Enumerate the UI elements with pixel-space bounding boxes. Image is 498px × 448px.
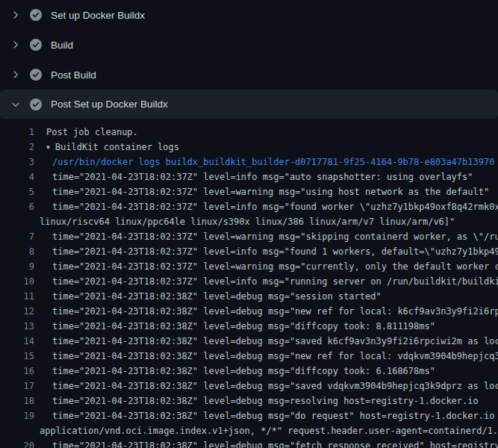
log-text: time="2021-04-23T18:02:37Z" level=warnin… <box>52 259 498 274</box>
chevron-right-icon <box>10 9 21 21</box>
log-line: 16time="2021-04-23T18:02:38Z" level=debu… <box>0 364 498 379</box>
log-line: 15time="2021-04-23T18:02:38Z" level=debu… <box>0 349 498 364</box>
step-success-check-icon <box>30 69 42 81</box>
log-line: 19time="2021-04-23T18:02:38Z" level=debu… <box>0 408 498 423</box>
line-number[interactable]: 16 <box>0 364 34 379</box>
line-number[interactable]: 14 <box>0 334 34 349</box>
log-text: time="2021-04-23T18:02:38Z" level=debug … <box>52 438 498 448</box>
line-number <box>0 214 34 229</box>
log-text: time="2021-04-23T18:02:37Z" level=info m… <box>52 244 498 259</box>
step-success-check-icon <box>30 99 42 111</box>
log-line: 10time="2021-04-23T18:02:37Z" level=info… <box>0 274 498 289</box>
log-text: time="2021-04-23T18:02:38Z" level=debug … <box>52 289 382 304</box>
line-number[interactable]: 1 <box>0 125 34 140</box>
log-line: 14time="2021-04-23T18:02:38Z" level=debu… <box>0 334 498 349</box>
log-text: time="2021-04-23T18:02:37Z" level=info m… <box>52 169 473 184</box>
log-line: 9time="2021-04-23T18:02:37Z" level=warni… <box>0 259 498 274</box>
step-row-post-build[interactable]: Post Build <box>0 60 498 90</box>
log-line: 13time="2021-04-23T18:02:38Z" level=debu… <box>0 319 498 334</box>
line-number[interactable]: 5 <box>0 184 34 199</box>
log-line: 17time="2021-04-23T18:02:38Z" level=debu… <box>0 379 498 393</box>
line-number[interactable]: 12 <box>0 304 34 319</box>
line-number[interactable]: 9 <box>0 259 34 274</box>
log-text: time="2021-04-23T18:02:38Z" level=debug … <box>52 304 498 319</box>
line-number[interactable]: 2 <box>0 140 34 155</box>
step-success-check-icon <box>30 39 42 51</box>
step-label: Build <box>51 40 73 51</box>
line-number[interactable]: 6 <box>0 199 34 214</box>
log-line: 2▼BuildKit container logs <box>0 140 498 155</box>
step-row-set-up-docker-buildx[interactable]: Set up Docker Buildx <box>0 0 498 30</box>
step-row-build[interactable]: Build <box>0 30 498 60</box>
log-line: 6time="2021-04-23T18:02:37Z" level=info … <box>0 199 498 214</box>
log-text: application/vnd.oci.image.index.v1+json,… <box>40 423 498 438</box>
log-line: linux/riscv64 linux/ppc64le linux/s390x … <box>0 214 498 229</box>
line-number[interactable]: 10 <box>0 274 34 289</box>
log-text: time="2021-04-23T18:02:38Z" level=debug … <box>52 364 435 379</box>
log-text: time="2021-04-23T18:02:38Z" level=debug … <box>52 334 498 349</box>
log-line: 5time="2021-04-23T18:02:37Z" level=warni… <box>0 184 498 199</box>
log-text: time="2021-04-23T18:02:37Z" level=warnin… <box>52 229 498 244</box>
log-text: time="2021-04-23T18:02:38Z" level=debug … <box>52 393 479 408</box>
line-number[interactable]: 15 <box>0 349 34 364</box>
log-text: ▼BuildKit container logs <box>46 140 179 155</box>
line-number[interactable]: 7 <box>0 229 34 244</box>
log-line: 7time="2021-04-23T18:02:37Z" level=warni… <box>0 229 498 244</box>
step-label: Post Set up Docker Buildx <box>51 99 168 110</box>
log-command-text: /usr/bin/docker logs buildx_buildkit_bui… <box>52 155 494 169</box>
step-label: Set up Docker Buildx <box>51 10 145 21</box>
log-text: time="2021-04-23T18:02:37Z" level=info m… <box>52 199 498 214</box>
log-line: 3/usr/bin/docker logs buildx_buildkit_bu… <box>0 155 498 169</box>
line-number[interactable]: 17 <box>0 379 34 393</box>
line-number <box>0 423 34 438</box>
log-text: time="2021-04-23T18:02:37Z" level=info m… <box>52 274 498 289</box>
chevron-right-icon <box>10 39 21 51</box>
line-number[interactable]: 19 <box>0 408 34 423</box>
log-line: 12time="2021-04-23T18:02:38Z" level=debu… <box>0 304 498 319</box>
log-line: 18time="2021-04-23T18:02:38Z" level=debu… <box>0 393 498 408</box>
step-success-check-icon <box>30 9 42 21</box>
log-text: time="2021-04-23T18:02:37Z" level=warnin… <box>52 184 489 199</box>
log-text: time="2021-04-23T18:02:38Z" level=debug … <box>52 349 498 364</box>
log-line: 20time="2021-04-23T18:02:38Z" level=debu… <box>0 438 498 448</box>
chevron-right-icon <box>10 69 21 81</box>
line-number[interactable]: 11 <box>0 289 34 304</box>
line-number[interactable]: 18 <box>0 393 34 408</box>
chevron-down-icon <box>10 99 21 111</box>
line-number[interactable]: 20 <box>0 438 34 448</box>
log-line: 11time="2021-04-23T18:02:38Z" level=debu… <box>0 289 498 304</box>
step-list: Set up Docker Buildx Build Post Build <box>0 0 498 119</box>
group-collapse-triangle-icon[interactable]: ▼ <box>46 144 50 151</box>
step-label: Post Build <box>51 69 96 81</box>
step-row-post-set-up-docker-buildx[interactable]: Post Set up Docker Buildx <box>0 90 498 119</box>
log-text: time="2021-04-23T18:02:38Z" level=debug … <box>52 408 498 423</box>
log-line: 4time="2021-04-23T18:02:37Z" level=info … <box>0 169 498 184</box>
log-text: linux/riscv64 linux/ppc64le linux/s390x … <box>40 214 455 229</box>
log-text: time="2021-04-23T18:02:38Z" level=debug … <box>52 379 498 393</box>
log-line: 8time="2021-04-23T18:02:37Z" level=info … <box>0 244 498 259</box>
log-line: 1Post job cleanup. <box>0 125 498 140</box>
log-lines: 1Post job cleanup.2▼BuildKit container l… <box>0 125 498 448</box>
line-number[interactable]: 4 <box>0 169 34 184</box>
log-line: application/vnd.oci.image.index.v1+json,… <box>0 423 498 438</box>
log-output: 1Post job cleanup.2▼BuildKit container l… <box>0 119 498 448</box>
log-text: time="2021-04-23T18:02:38Z" level=debug … <box>52 319 435 334</box>
line-number[interactable]: 3 <box>0 155 34 169</box>
actions-log-viewer: Set up Docker Buildx Build Post Build <box>0 0 498 448</box>
line-number[interactable]: 13 <box>0 319 34 334</box>
log-text: Post job cleanup. <box>46 125 138 140</box>
line-number[interactable]: 8 <box>0 244 34 259</box>
